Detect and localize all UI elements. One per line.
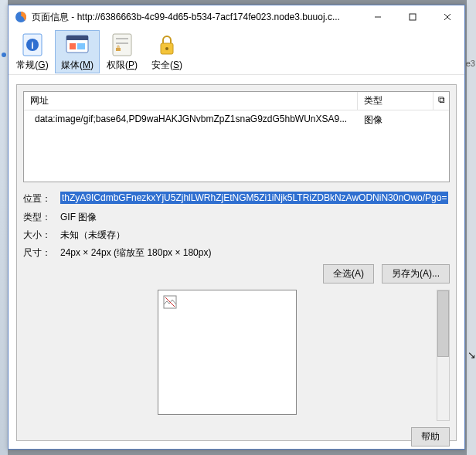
dim-label: 尺寸： <box>23 246 60 260</box>
lock-icon <box>155 32 179 57</box>
tab-security[interactable]: 安全(S) <box>144 30 189 73</box>
tab-media[interactable]: 媒体(M) <box>55 30 100 73</box>
type-value: GIF 图像 <box>60 211 450 224</box>
svg-rect-9 <box>66 36 88 40</box>
maximize-button[interactable] <box>395 5 430 29</box>
tab-permissions[interactable]: 权限(P) <box>100 30 144 73</box>
location-label: 位置： <box>23 192 60 205</box>
firefox-icon <box>15 11 27 23</box>
cell-type: 图像 <box>359 114 449 127</box>
size-value: 未知（未缓存） <box>60 229 450 242</box>
svg-rect-10 <box>70 43 76 49</box>
col-type[interactable]: 类型 <box>358 92 434 110</box>
tab-media-label: 媒体(M) <box>61 59 94 72</box>
tab-general-label: 常规(G) <box>16 59 48 72</box>
window-title: 页面信息 - http://6386663b-4c99-4d65-b534-7a… <box>32 11 360 24</box>
svg-rect-15 <box>116 48 121 51</box>
svg-rect-11 <box>77 43 85 49</box>
svg-rect-12 <box>113 34 131 56</box>
tab-security-label: 安全(S) <box>151 59 182 72</box>
location-value[interactable]: thZyA9ICdmbGFnezkxYjU5ZjhlLWRhZjEtNGM5Zi… <box>60 192 448 204</box>
help-button[interactable]: 帮助 <box>411 427 450 447</box>
permissions-icon <box>110 32 134 57</box>
page-info-window: 页面信息 - http://6386663b-4c99-4d65-b534-7a… <box>8 5 465 450</box>
col-overflow-icon[interactable]: ⧉ <box>434 92 449 110</box>
properties-grid: 位置： thZyA9ICdmbGFnezkxYjU5ZjhlLWRhZjEtNG… <box>23 192 450 260</box>
preview-box <box>158 290 297 415</box>
svg-text:i: i <box>31 40 33 51</box>
titlebar: 页面信息 - http://6386663b-4c99-4d65-b534-7a… <box>8 5 464 29</box>
close-button[interactable] <box>430 5 464 29</box>
list-row[interactable]: data:image/gif;base64,PD9waHAKJGNvbmZpZ1… <box>24 110 449 130</box>
size-label: 大小： <box>23 229 60 242</box>
tab-permissions-label: 权限(P) <box>107 59 138 72</box>
svg-rect-2 <box>410 14 416 20</box>
save-as-button[interactable]: 另存为(A)... <box>382 264 450 284</box>
dim-value: 24px × 24px (缩放至 180px × 180px) <box>60 246 450 260</box>
info-page-icon: i <box>20 32 45 57</box>
preview-area <box>23 290 450 421</box>
media-icon <box>65 32 90 57</box>
col-url[interactable]: 网址 <box>24 92 358 110</box>
broken-image-icon <box>163 295 177 309</box>
content-panel: 网址 类型 ⧉ data:image/gif;base64,PD9waHAKJG… <box>16 84 457 441</box>
minimize-button[interactable] <box>360 5 395 29</box>
preview-scrollbar[interactable] <box>437 290 450 421</box>
tab-general[interactable]: i 常规(G) <box>10 30 55 73</box>
select-all-button[interactable]: 全选(A) <box>323 264 374 284</box>
type-label: 类型： <box>23 211 60 224</box>
cell-url: data:image/gif;base64,PD9waHAKJGNvbmZpZ1… <box>24 114 359 127</box>
svg-line-19 <box>165 297 175 307</box>
view-toolbar: i 常规(G) 媒体(M) 权限(P) 安全(S) <box>8 29 464 75</box>
svg-point-17 <box>165 47 168 50</box>
media-list[interactable]: 网址 类型 ⧉ data:image/gif;base64,PD9waHAKJG… <box>23 91 450 182</box>
list-header: 网址 类型 ⧉ <box>24 92 449 110</box>
